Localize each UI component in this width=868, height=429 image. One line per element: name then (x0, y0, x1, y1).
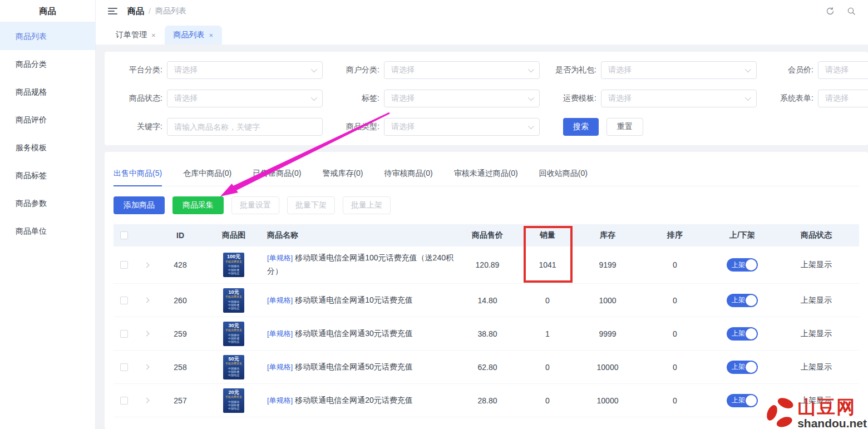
spec-tag[interactable]: [单规格] (267, 329, 293, 338)
window-tabstrip: 订单管理 × 商品列表 × (96, 22, 868, 45)
expand-row-icon[interactable] (144, 298, 149, 303)
chevron-down-icon (745, 95, 751, 101)
on-shelf-toggle[interactable]: 上架 (727, 294, 758, 307)
col-id: ID (158, 231, 203, 240)
thumb-subtitle: 手机话费直充 (225, 362, 242, 366)
tab-pending-review[interactable]: 待审核商品(0) (384, 169, 433, 179)
window-tab-order-management[interactable]: 订单管理 × (107, 26, 165, 45)
filter-label: 关键字: (118, 122, 162, 132)
thumb-carriers: 中国移动 中国联通 中国电信 (228, 400, 239, 411)
product-image: 100元手机话费直充中国移动 中国联通 中国电信 (223, 253, 244, 277)
product-type-select[interactable]: 请选择 (384, 118, 540, 136)
batch-off-shelf-button[interactable]: 批量下架 (287, 196, 335, 214)
sidebar-item-service-template[interactable]: 服务模板 (0, 134, 95, 161)
batch-on-shelf-button[interactable]: 批量上架 (343, 196, 391, 214)
col-name: 商品名称 (265, 229, 456, 242)
cell-stock: 9199 (576, 260, 639, 269)
sidebar-item-label: 商品规格 (16, 87, 47, 96)
cell-name: [单规格]移动联通电信全网通50元话费充值 (265, 361, 456, 374)
cell-id: 257 (158, 396, 203, 405)
row-checkbox[interactable] (120, 397, 128, 405)
cell-sort: 0 (639, 260, 711, 269)
cell-name: [单规格]移动联通电信全网通20元话费充值 (265, 394, 456, 407)
sidebar-item-product-spec[interactable]: 商品规格 (0, 78, 95, 106)
search-icon[interactable] (847, 7, 856, 16)
spec-tag[interactable]: [单规格] (267, 396, 293, 405)
tag-select[interactable]: 请选择 (384, 90, 540, 107)
table-toolbar: 添加商品 商品采集 批量设置 批量下架 批量上架 (114, 196, 859, 214)
freight-template-select[interactable]: 请选择 (601, 90, 757, 107)
on-shelf-toggle[interactable]: 上架 (727, 258, 758, 272)
cell-price: 38.80 (456, 329, 519, 338)
expand-row-icon[interactable] (144, 262, 149, 268)
product-list-panel: 出售中商品(5) 仓库中商品(0) 已售罄商品(0) 警戒库存(0) 待审核商品… (105, 152, 868, 429)
tab-close-icon[interactable]: × (151, 31, 156, 40)
spec-tag[interactable]: [单规格] (267, 363, 293, 371)
sidebar-item-product-review[interactable]: 商品评价 (0, 106, 95, 134)
tab-stock-alert[interactable]: 警戒库存(0) (322, 169, 363, 179)
thumb-carriers: 中国移动 中国联通 中国电信 (228, 264, 239, 275)
table-row: 258 50元手机话费直充中国移动 中国联通 中国电信 [单规格]移动联通电信全… (114, 351, 859, 384)
row-checkbox[interactable] (120, 297, 128, 304)
toggle-knob (746, 395, 757, 406)
sidebar-item-product-category[interactable]: 商品分类 (0, 50, 95, 78)
tab-close-icon[interactable]: × (209, 31, 214, 40)
platform-category-select[interactable]: 请选择 (167, 61, 323, 79)
search-button[interactable]: 搜索 (563, 118, 599, 136)
on-shelf-toggle[interactable]: 上架 (727, 394, 758, 407)
table-header: ID 商品图 商品名称 商品售价 销量 库存 排序 上/下架 商品状态 (114, 224, 859, 246)
on-shelf-toggle[interactable]: 上架 (727, 361, 758, 374)
cell-price: 14.80 (456, 296, 519, 305)
cell-sort: 0 (639, 296, 711, 305)
member-price-select[interactable]: 请选择 (818, 61, 868, 79)
thumb-subtitle: 手机话费直充 (225, 328, 242, 332)
product-status-select[interactable]: 请选择 (167, 90, 323, 107)
chevron-down-icon (528, 66, 534, 72)
filter-label: 是否为礼包: (552, 65, 596, 75)
breadcrumb-root[interactable]: 商品 (127, 6, 144, 17)
toggle-knob (746, 295, 757, 306)
sidebar-item-product-tag[interactable]: 商品标签 (0, 161, 95, 189)
on-shelf-toggle[interactable]: 上架 (727, 327, 758, 341)
tab-on-sale[interactable]: 出售中商品(5) (114, 169, 162, 179)
filter-label: 会员价: (769, 65, 813, 75)
collapse-menu-icon[interactable] (108, 8, 117, 14)
tab-recycle-bin[interactable]: 回收站商品(0) (539, 169, 588, 179)
col-image: 商品图 (203, 230, 265, 240)
refresh-icon[interactable] (826, 7, 835, 16)
spec-tag[interactable]: [单规格] (267, 296, 293, 304)
thumb-denomination: 30元 (228, 323, 239, 329)
cell-sales: 1 (519, 329, 576, 338)
expand-row-icon[interactable] (144, 398, 149, 403)
tab-sold-out[interactable]: 已售罄商品(0) (253, 169, 301, 179)
filter-label: 商品状态: (118, 93, 162, 103)
expand-row-icon[interactable] (144, 364, 149, 370)
row-checkbox[interactable] (120, 261, 128, 269)
sidebar-item-product-param[interactable]: 商品参数 (0, 189, 95, 217)
row-checkbox[interactable] (120, 330, 128, 338)
window-tab-product-list[interactable]: 商品列表 × (165, 26, 223, 45)
batch-set-button[interactable]: 批量设置 (231, 196, 279, 214)
cell-sales: 0 (519, 363, 576, 372)
merchant-category-select[interactable]: 请选择 (384, 61, 540, 79)
system-form-select[interactable]: 请选择 (818, 90, 868, 107)
sidebar-item-product-unit[interactable]: 商品单位 (0, 217, 95, 245)
row-checkbox[interactable] (120, 363, 128, 371)
tab-review-rejected[interactable]: 审核未通过商品(0) (454, 169, 518, 179)
cell-status: 上架显示 (773, 295, 859, 305)
reset-button[interactable]: 重置 (606, 118, 643, 136)
collect-product-button[interactable]: 商品采集 (172, 196, 224, 214)
toggle-knob (746, 259, 757, 270)
table-row: 257 20元手机话费直充中国移动 中国联通 中国电信 [单规格]移动联通电信全… (114, 384, 859, 417)
keyword-input[interactable] (167, 118, 323, 136)
expand-row-icon[interactable] (144, 331, 149, 337)
sidebar-item-product-list[interactable]: 商品列表 (0, 22, 95, 50)
spec-tag[interactable]: [单规格] (267, 254, 293, 262)
select-placeholder: 请选择 (391, 65, 415, 75)
filter-label: 标签: (335, 93, 379, 103)
select-placeholder: 请选择 (825, 65, 849, 75)
gift-package-select[interactable]: 请选择 (601, 61, 757, 79)
tab-in-warehouse[interactable]: 仓库中商品(0) (183, 169, 231, 179)
select-all-checkbox[interactable] (120, 231, 128, 239)
add-product-button[interactable]: 添加商品 (114, 196, 165, 214)
